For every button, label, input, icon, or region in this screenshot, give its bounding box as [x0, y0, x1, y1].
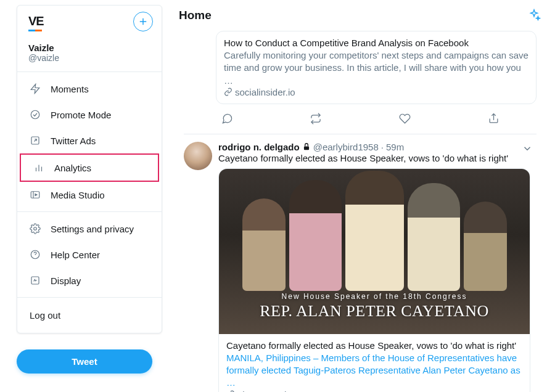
menu-group-1: MomentsPromote ModeTwitter AdsAnalyticsM…	[17, 71, 162, 211]
svg-point-3	[31, 110, 39, 119]
compose-button[interactable]	[133, 12, 153, 31]
link-card-source: ph.news.yahoo.com	[226, 390, 522, 393]
tweet-time[interactable]: 59m	[386, 142, 404, 152]
reply-icon	[221, 113, 233, 125]
promote-icon	[30, 109, 41, 120]
lock-icon	[302, 142, 311, 151]
media-image: New House Speaker of the 18th Congress R…	[219, 169, 530, 334]
brand-logo: VE	[28, 14, 44, 31]
tweet-handle[interactable]: @earlybird1958	[313, 142, 379, 152]
tweet-header: rodrigo n. delgado @earlybird1958 · 59m	[218, 142, 530, 152]
menu-group-2: Settings and privacyHelp CenterDisplay	[17, 211, 162, 297]
analytics-icon	[33, 162, 44, 173]
menu-moments[interactable]: Moments	[17, 76, 162, 102]
plus-icon	[138, 16, 149, 27]
page-title: Home	[179, 9, 212, 22]
gear-icon	[30, 223, 41, 234]
sparkle-icon	[527, 9, 541, 22]
tweet-actions-1	[184, 108, 537, 134]
menu-label: Moments	[51, 84, 89, 94]
share-button[interactable]	[487, 113, 500, 125]
link-card-2[interactable]: New House Speaker of the 18th Congress R…	[218, 168, 530, 392]
external-icon	[30, 135, 41, 146]
link-card-title: Cayetano formally elected as House Speak…	[226, 340, 522, 351]
help-icon	[30, 249, 41, 260]
menu-help[interactable]: Help Center	[17, 242, 162, 267]
profile-block[interactable]: Vaizle @vaizle	[17, 43, 162, 71]
chevron-down-icon	[522, 143, 533, 154]
link-card-title: How to Conduct a Competitive Brand Analy…	[224, 38, 528, 48]
svg-point-11	[34, 227, 37, 231]
svg-rect-16	[304, 147, 309, 150]
display-icon	[30, 275, 41, 286]
menu-label: Twitter Ads	[51, 136, 96, 146]
menu-group-3: Log out	[17, 297, 162, 333]
lightning-icon	[30, 83, 41, 94]
sidebar-header: VE	[17, 6, 162, 39]
menu-settings[interactable]: Settings and privacy	[17, 216, 162, 242]
tweet-author[interactable]: rodrigo n. delgado	[218, 142, 300, 152]
tweet-item: rodrigo n. delgado @earlybird1958 · 59m …	[184, 134, 537, 392]
like-button[interactable]	[398, 113, 411, 125]
menu-twitter-ads[interactable]: Twitter Ads	[17, 128, 162, 153]
feed: How to Conduct a Competitive Brand Analy…	[184, 31, 537, 392]
menu-display[interactable]: Display	[17, 267, 162, 293]
menu-label: Promote Mode	[51, 110, 111, 120]
menu-label: Help Center	[51, 250, 100, 260]
svg-marker-2	[31, 84, 39, 94]
menu-logout[interactable]: Log out	[17, 301, 162, 329]
share-icon	[488, 113, 500, 125]
media-icon	[30, 189, 41, 200]
link-icon	[224, 88, 232, 96]
tweet-text: Cayetano formally elected as House Speak…	[218, 153, 530, 163]
menu-analytics[interactable]: Analytics	[20, 153, 159, 182]
svg-marker-10	[35, 194, 37, 196]
link-card-source: socialinsider.io	[224, 87, 528, 97]
menu-promote-mode[interactable]: Promote Mode	[17, 102, 162, 128]
link-card-desc: MANILA, Philippines – Members of the Hou…	[226, 352, 522, 390]
retweet-button[interactable]	[310, 113, 322, 125]
heart-icon	[399, 113, 411, 125]
image-overlay-title: REP. ALAN PETER CAYETANO	[219, 302, 530, 321]
menu-label: Display	[51, 276, 81, 286]
menu-media-studio[interactable]: Media Studio	[17, 182, 162, 208]
menu-label: Analytics	[54, 163, 91, 173]
sidebar: VE Vaizle @vaizle MomentsPromote ModeTwi…	[17, 5, 162, 333]
reply-button[interactable]	[221, 113, 233, 125]
avatar[interactable]	[184, 142, 212, 170]
profile-handle: @vaizle	[28, 53, 150, 63]
profile-name: Vaizle	[28, 43, 150, 53]
menu-label: Settings and privacy	[51, 224, 134, 234]
retweet-icon	[310, 113, 322, 125]
menu-label: Media Studio	[51, 190, 105, 200]
link-card-desc: Carefully monitoring your competitors' n…	[224, 49, 528, 87]
tweet-menu-button[interactable]	[522, 143, 533, 154]
link-card-1[interactable]: How to Conduct a Competitive Brand Analy…	[216, 31, 537, 104]
tweet-button[interactable]: Tweet	[17, 349, 152, 374]
image-overlay-subtitle: New House Speaker of the 18th Congress	[219, 292, 530, 301]
header-bar: Home	[179, 9, 541, 22]
sparkle-button[interactable]	[527, 9, 541, 22]
